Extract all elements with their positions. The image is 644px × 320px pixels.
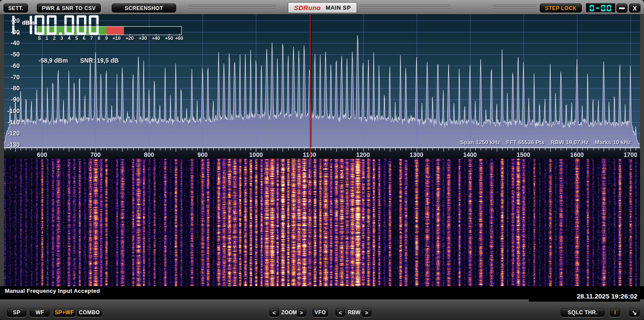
snr-readout: SNR: 19,5 dB (80, 57, 119, 64)
step-size-display (586, 3, 616, 13)
rbw-info: RBW 19,07 Hz (551, 139, 589, 146)
rbw-label: RBW (348, 309, 361, 316)
fft-info: FFT 65536 Pts (506, 139, 544, 146)
s-meter-tick-label: 8 (98, 36, 100, 41)
wf-view-button[interactable]: WF (30, 308, 50, 317)
frequency-scale-canvas[interactable] (4, 147, 640, 159)
titlebar-grip-right (360, 5, 450, 10)
s-meter-tick-label: 2 (53, 36, 56, 41)
dbm-tick-label: -110 (5, 119, 20, 126)
s-meter-tick-label: +60 (175, 36, 184, 41)
zoom-in-button[interactable]: > (297, 308, 306, 317)
settings-button[interactable]: SETT. (4, 4, 28, 13)
s-meter-red-bar (106, 27, 124, 35)
dbm-tick-label: -40 (5, 39, 20, 46)
titlebar-grip-left (188, 5, 276, 10)
s-meter-tick-label: 1 (46, 36, 48, 41)
s-meter-tick-label: +10 (113, 36, 121, 41)
main-sp-window: SETT. PWR & SNR TO CSV SCREENSHOT SDRuno… (0, 0, 644, 320)
power-readout: -58,9 dBm (39, 57, 68, 64)
step-lock-button[interactable]: STEP LOCK (540, 4, 582, 13)
bottom-toolbar: SP WF SP+WF COMBO < ZOOM > VFO < RBW > S… (0, 299, 644, 320)
sp-wf-view-button[interactable]: SP+WF (53, 308, 75, 317)
screenshot-button[interactable]: SCREENSHOT (112, 4, 176, 13)
content-area: dBm S123456789+10+20+30+40+50+60 -58,9 d… (0, 14, 644, 299)
datetime-text: 28.11.2025 19:26:02 (577, 292, 637, 300)
s-meter-scale: S123456789+10+20+30+40+50+60 (38, 35, 185, 42)
waterfall-panel[interactable] (4, 159, 640, 286)
dbm-tick-label: -120 (5, 130, 20, 137)
zoom-out-button[interactable]: < (269, 308, 279, 317)
sp-view-button[interactable]: SP (7, 308, 26, 317)
vfo-button[interactable]: VFO (312, 308, 328, 317)
rbw-increase-button[interactable]: > (362, 308, 372, 317)
signal-readout: -58,9 dBm SNR: 19,5 dB (39, 57, 119, 64)
s-meter-tick-label: +40 (152, 36, 160, 41)
close-button[interactable]: X (629, 4, 640, 13)
combo-view-button[interactable]: COMBO (77, 308, 102, 317)
s-meter-tick-label: 9 (105, 36, 108, 41)
titlebar-grip-far-right (493, 5, 537, 10)
frequency-scale[interactable] (4, 147, 640, 159)
span-info: Span 1250 kHz (460, 139, 500, 146)
s-meter-tick-label: 6 (83, 36, 85, 41)
dbm-tick-label: -80 (5, 85, 20, 92)
dbm-tick-label: -100 (5, 107, 20, 114)
dbm-tick-label: -20 (5, 17, 20, 24)
window-title: SDRuno MAIN SP (288, 2, 357, 13)
spectrum-info: Span 1250 kHz FFT 65536 Pts RBW 19,07 Hz… (460, 139, 631, 146)
dbm-tick-label: -50 (5, 51, 20, 58)
s-meter-tick-label: +50 (165, 36, 173, 41)
marks-info: Marks 10 kHz (595, 139, 631, 146)
panel-title: MAIN SP (326, 4, 351, 11)
dbm-tick-label: -30 (5, 28, 20, 36)
s-meter-tick-label: 4 (68, 36, 71, 41)
rbw-decrease-button[interactable]: < (336, 308, 345, 317)
s-meter-tick-label: 3 (60, 36, 63, 41)
minimize-button[interactable] (616, 4, 627, 13)
spectrum-panel[interactable]: dBm S123456789+10+20+30+40+50+60 -58,9 d… (4, 14, 640, 147)
resize-icon: ↘ (632, 309, 637, 316)
minimize-icon (619, 7, 625, 9)
resize-button[interactable]: ↘ (629, 308, 640, 317)
s-meter-tick-label: +20 (126, 36, 134, 41)
dbm-tick-label: -90 (5, 96, 20, 103)
app-brand: SDRuno (294, 4, 321, 11)
s-meter-tick-label: 7 (90, 36, 93, 41)
squelch-threshold-button[interactable]: SQLC THR. (561, 308, 605, 317)
dbm-tick-label: -130 (5, 141, 20, 147)
zoom-label: ZOOM (281, 309, 297, 316)
dbm-tick-label: -60 (5, 62, 20, 69)
titlebar[interactable]: SETT. PWR & SNR TO CSV SCREENSHOT SDRuno… (0, 0, 644, 14)
dbm-tick-label: -70 (5, 74, 20, 81)
s-meter-tick-label: +30 (139, 36, 147, 41)
pwr-snr-csv-button[interactable]: PWR & SNR TO CSV (37, 4, 101, 13)
waterfall-canvas[interactable] (4, 159, 640, 286)
status-message: Manual Frequency Input Accepted (5, 288, 100, 294)
s-meter-tick-label: 5 (75, 36, 78, 41)
info-button[interactable]: i (610, 308, 620, 317)
s-meter-tick-label: S (38, 36, 41, 41)
datetime-display: 28.11.2025 19:26:02 (529, 291, 640, 302)
step-display-digits (589, 4, 612, 12)
close-icon: X (633, 5, 637, 12)
